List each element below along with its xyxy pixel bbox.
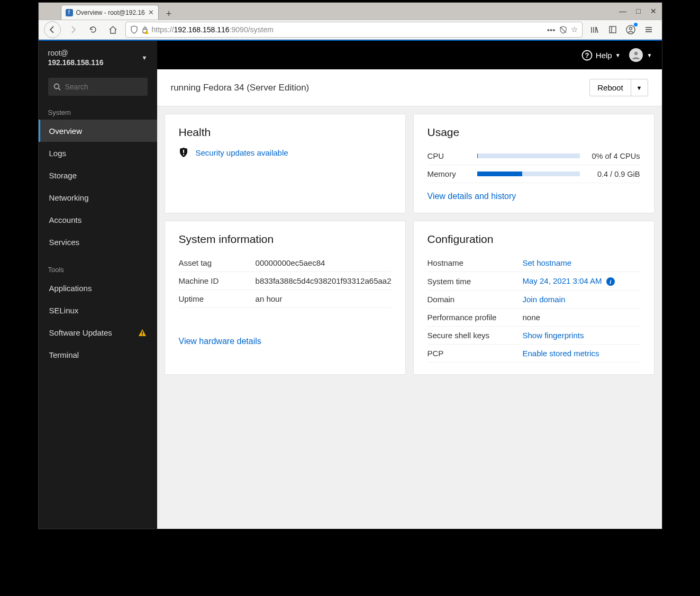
user-label: root@ [48, 48, 104, 58]
sidebar-item-logs[interactable]: Logs [39, 142, 157, 164]
reload-button[interactable] [85, 22, 101, 38]
sidebar-item-overview[interactable]: Overview [39, 120, 157, 142]
usage-memory-row: Memory 0.4 / 0.9 GiB [428, 165, 640, 183]
new-tab-button[interactable]: + [163, 8, 175, 20]
table-row: Performance profilenone [428, 309, 640, 327]
sidebar-item-applications[interactable]: Applications [39, 277, 157, 299]
svg-point-10 [54, 84, 59, 89]
window-minimize[interactable]: — [619, 7, 626, 15]
table-row: Asset tag00000000ec5aec84 [179, 254, 392, 272]
sidebar-item-selinux[interactable]: SELinux [39, 299, 157, 321]
health-card: Health Security updates available [165, 114, 406, 213]
svg-point-17 [634, 52, 637, 55]
svg-line-11 [59, 88, 60, 90]
sysinfo-card: System information Asset tag00000000ec5a… [165, 221, 406, 375]
window-controls: — □ ✕ [619, 7, 656, 15]
window-maximize[interactable]: □ [636, 7, 640, 15]
lock-warning-icon[interactable] [141, 26, 149, 34]
bookmark-icon[interactable]: ☆ [571, 25, 578, 34]
browser-tabbar: f Overview - root@192.16 ✕ + [39, 3, 662, 20]
svg-rect-18 [183, 150, 184, 153]
sidebar-item-software-updates[interactable]: Software Updates [39, 321, 157, 344]
page-subtitle: running Fedora 34 (Server Edition) [171, 83, 310, 93]
avatar [629, 48, 643, 62]
search-icon [53, 83, 61, 91]
browser-tab[interactable]: f Overview - root@192.16 ✕ [61, 5, 159, 20]
table-row: System timeMay 24, 2021 3:04 AM i [428, 272, 640, 291]
sidebar-item-services[interactable]: Services [39, 231, 157, 253]
topbar: ? Help ▼ ▼ [157, 41, 662, 69]
config-table: HostnameSet hostnameSystem timeMay 24, 2… [428, 254, 640, 363]
memory-bar [477, 171, 580, 176]
chevron-down-icon: ▼ [142, 55, 148, 61]
config-link[interactable]: Show fingerprints [523, 331, 584, 340]
home-button[interactable] [105, 22, 121, 38]
chevron-down-icon[interactable]: ▼ [631, 81, 648, 95]
config-link[interactable]: Set hostname [523, 258, 572, 267]
table-row: PCPEnable stored metrics [428, 345, 640, 363]
config-link[interactable]: Join domain [523, 295, 566, 304]
svg-rect-3 [610, 26, 616, 33]
info-icon[interactable]: i [606, 277, 615, 286]
cpu-bar [477, 153, 580, 158]
shield-alert-icon [179, 147, 188, 158]
svg-marker-1 [144, 30, 149, 34]
config-link[interactable]: May 24, 2021 3:04 AM [523, 276, 602, 285]
user-menu[interactable]: ▼ [629, 48, 652, 62]
sidebar-section-system: System [39, 103, 157, 120]
sidebar-section-tools: Tools [39, 260, 157, 277]
tab-title: Overview - root@192.16 [76, 9, 145, 16]
back-button[interactable] [44, 21, 61, 38]
chevron-down-icon: ▼ [615, 52, 621, 58]
search-input[interactable] [65, 83, 158, 91]
config-card: Configuration HostnameSet hostnameSystem… [413, 221, 654, 375]
shield-icon[interactable] [130, 25, 138, 34]
usage-details-link[interactable]: View details and history [428, 192, 516, 201]
usage-cpu-row: CPU 0% of 4 CPUs [428, 147, 640, 165]
svg-rect-13 [142, 331, 143, 334]
security-updates-link[interactable]: Security updates available [196, 148, 288, 157]
sidebar-item-storage[interactable]: Storage [39, 164, 157, 186]
svg-text:?: ? [585, 51, 589, 59]
help-button[interactable]: ? Help ▼ [581, 50, 621, 61]
table-row: DomainJoin domain [428, 291, 640, 309]
host-switcher[interactable]: root@ 192.168.158.116 ▼ [39, 41, 157, 75]
sysinfo-table: Asset tag00000000ec5aec84Machine IDb833f… [179, 254, 392, 308]
menu-icon[interactable] [641, 22, 657, 38]
reboot-button[interactable]: Reboot ▼ [589, 79, 648, 96]
window-close[interactable]: ✕ [650, 7, 657, 15]
url-text: https://192.168.158.116:9090/system [152, 25, 544, 34]
card-title: Usage [428, 126, 640, 139]
card-title: System information [179, 233, 392, 246]
card-title: Configuration [428, 233, 640, 246]
account-icon[interactable] [623, 22, 639, 38]
sidebar: root@ 192.168.158.116 ▼ System Overview … [39, 41, 157, 529]
fedora-favicon: f [66, 9, 73, 16]
page-action-icon[interactable]: ••• [547, 25, 556, 34]
card-title: Health [179, 126, 392, 139]
sidebar-search[interactable] [48, 78, 148, 96]
help-icon: ? [581, 50, 593, 61]
svg-rect-14 [142, 335, 143, 336]
table-row: Secure shell keysShow fingerprints [428, 327, 640, 345]
table-row: Machine IDb833fa388c5d4c938201f93312a65a… [179, 272, 392, 290]
sidebar-icon[interactable] [605, 22, 621, 38]
forward-button [65, 22, 81, 38]
main-content: ? Help ▼ ▼ running Fedora 34 (Server Edi… [157, 41, 662, 529]
svg-point-6 [629, 28, 632, 30]
close-icon[interactable]: ✕ [148, 8, 154, 16]
sidebar-item-terminal[interactable]: Terminal [39, 344, 157, 366]
url-bar[interactable]: https://192.168.158.116:9090/system ••• … [125, 22, 583, 38]
table-row: Uptimean hour [179, 290, 392, 308]
sidebar-item-networking[interactable]: Networking [39, 186, 157, 209]
reader-icon[interactable] [559, 26, 568, 34]
sidebar-item-accounts[interactable]: Accounts [39, 209, 157, 231]
table-row: HostnameSet hostname [428, 254, 640, 272]
usage-card: Usage CPU 0% of 4 CPUs Memory 0.4 / 0.9 … [413, 114, 654, 213]
browser-navbar: https://192.168.158.116:9090/system ••• … [39, 20, 662, 40]
chevron-down-icon: ▼ [647, 52, 652, 58]
library-icon[interactable] [587, 22, 603, 38]
config-link[interactable]: Enable stored metrics [523, 349, 599, 358]
warning-icon [138, 329, 147, 337]
hardware-details-link[interactable]: View hardware details [179, 337, 261, 346]
